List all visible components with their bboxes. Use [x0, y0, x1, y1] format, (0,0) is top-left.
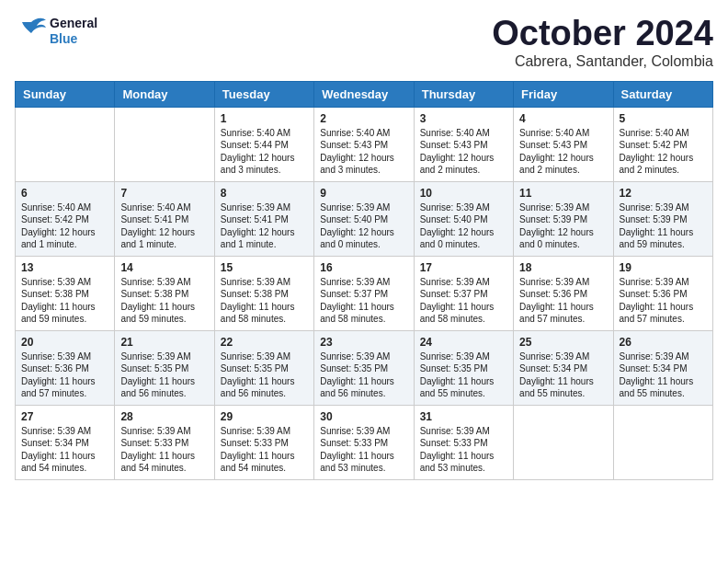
title-area: October 2024 Cabrera, Santander, Colombi…: [492, 15, 713, 70]
day-info: Sunrise: 5:40 AM Sunset: 5:43 PM Dayligh…: [320, 127, 407, 177]
day-number: 12: [620, 187, 707, 200]
day-info: Sunrise: 5:39 AM Sunset: 5:34 PM Dayligh…: [519, 350, 607, 400]
day-number: 29: [221, 410, 308, 423]
calendar-cell: [514, 405, 613, 479]
week-row-5: 27Sunrise: 5:39 AM Sunset: 5:34 PM Dayli…: [16, 405, 713, 479]
calendar-cell: 1Sunrise: 5:40 AM Sunset: 5:44 PM Daylig…: [214, 107, 313, 181]
calendar-cell: 10Sunrise: 5:39 AM Sunset: 5:40 PM Dayli…: [414, 181, 513, 256]
day-info: Sunrise: 5:39 AM Sunset: 5:35 PM Dayligh…: [420, 350, 507, 400]
day-number: 10: [420, 187, 507, 200]
calendar-cell: 24Sunrise: 5:39 AM Sunset: 5:35 PM Dayli…: [414, 330, 513, 405]
weekday-header-row: SundayMondayTuesdayWednesdayThursdayFrid…: [16, 81, 713, 107]
week-row-3: 13Sunrise: 5:39 AM Sunset: 5:38 PM Dayli…: [16, 256, 713, 330]
calendar-cell: [16, 107, 115, 181]
calendar-cell: 5Sunrise: 5:40 AM Sunset: 5:42 PM Daylig…: [613, 107, 712, 181]
calendar-cell: 16Sunrise: 5:39 AM Sunset: 5:37 PM Dayli…: [314, 256, 414, 330]
calendar-cell: 25Sunrise: 5:39 AM Sunset: 5:34 PM Dayli…: [514, 330, 613, 405]
day-number: 17: [420, 261, 507, 274]
day-number: 30: [320, 410, 407, 423]
day-info: Sunrise: 5:39 AM Sunset: 5:38 PM Dayligh…: [120, 276, 208, 326]
day-info: Sunrise: 5:39 AM Sunset: 5:36 PM Dayligh…: [21, 350, 108, 400]
calendar-cell: 28Sunrise: 5:39 AM Sunset: 5:33 PM Dayli…: [115, 405, 214, 479]
calendar-cell: 22Sunrise: 5:39 AM Sunset: 5:35 PM Dayli…: [214, 330, 313, 405]
day-info: Sunrise: 5:39 AM Sunset: 5:40 PM Dayligh…: [420, 201, 507, 251]
day-info: Sunrise: 5:39 AM Sunset: 5:35 PM Dayligh…: [120, 350, 208, 400]
day-info: Sunrise: 5:40 AM Sunset: 5:43 PM Dayligh…: [420, 127, 507, 177]
logo-bird-icon: [15, 15, 48, 48]
day-info: Sunrise: 5:39 AM Sunset: 5:38 PM Dayligh…: [21, 276, 108, 326]
week-row-1: 1Sunrise: 5:40 AM Sunset: 5:44 PM Daylig…: [16, 107, 713, 181]
day-number: 28: [120, 410, 208, 423]
logo-container: General Blue: [15, 15, 97, 48]
calendar-cell: 11Sunrise: 5:39 AM Sunset: 5:39 PM Dayli…: [514, 181, 613, 256]
logo-general: General: [50, 16, 97, 31]
day-number: 5: [620, 112, 707, 125]
weekday-header-monday: Monday: [115, 81, 214, 107]
calendar-cell: 4Sunrise: 5:40 AM Sunset: 5:43 PM Daylig…: [514, 107, 613, 181]
day-info: Sunrise: 5:40 AM Sunset: 5:42 PM Dayligh…: [21, 201, 108, 251]
day-number: 9: [320, 187, 407, 200]
day-info: Sunrise: 5:39 AM Sunset: 5:33 PM Dayligh…: [420, 425, 507, 475]
weekday-header-tuesday: Tuesday: [214, 81, 313, 107]
calendar-cell: 23Sunrise: 5:39 AM Sunset: 5:35 PM Dayli…: [314, 330, 414, 405]
calendar-cell: 31Sunrise: 5:39 AM Sunset: 5:33 PM Dayli…: [414, 405, 513, 479]
day-number: 19: [620, 261, 707, 274]
calendar-cell: 7Sunrise: 5:40 AM Sunset: 5:41 PM Daylig…: [115, 181, 214, 256]
day-info: Sunrise: 5:40 AM Sunset: 5:43 PM Dayligh…: [519, 127, 607, 177]
day-info: Sunrise: 5:39 AM Sunset: 5:33 PM Dayligh…: [320, 425, 407, 475]
weekday-header-friday: Friday: [514, 81, 613, 107]
calendar-cell: 9Sunrise: 5:39 AM Sunset: 5:40 PM Daylig…: [314, 181, 414, 256]
weekday-header-sunday: Sunday: [16, 81, 115, 107]
calendar-cell: [613, 405, 712, 479]
weekday-header-thursday: Thursday: [414, 81, 513, 107]
day-info: Sunrise: 5:40 AM Sunset: 5:44 PM Dayligh…: [221, 127, 308, 177]
week-row-2: 6Sunrise: 5:40 AM Sunset: 5:42 PM Daylig…: [16, 181, 713, 256]
calendar-cell: 15Sunrise: 5:39 AM Sunset: 5:38 PM Dayli…: [214, 256, 313, 330]
day-number: 25: [519, 336, 607, 349]
calendar-cell: 20Sunrise: 5:39 AM Sunset: 5:36 PM Dayli…: [16, 330, 115, 405]
calendar-cell: 29Sunrise: 5:39 AM Sunset: 5:33 PM Dayli…: [214, 405, 313, 479]
day-info: Sunrise: 5:39 AM Sunset: 5:39 PM Dayligh…: [519, 201, 607, 251]
weekday-header-wednesday: Wednesday: [314, 81, 414, 107]
day-number: 3: [420, 112, 507, 125]
day-info: Sunrise: 5:39 AM Sunset: 5:34 PM Dayligh…: [21, 425, 108, 475]
day-info: Sunrise: 5:39 AM Sunset: 5:39 PM Dayligh…: [620, 201, 707, 251]
calendar-cell: 13Sunrise: 5:39 AM Sunset: 5:38 PM Dayli…: [16, 256, 115, 330]
day-number: 24: [420, 336, 507, 349]
calendar-cell: 19Sunrise: 5:39 AM Sunset: 5:36 PM Dayli…: [613, 256, 712, 330]
week-row-4: 20Sunrise: 5:39 AM Sunset: 5:36 PM Dayli…: [16, 330, 713, 405]
day-number: 20: [21, 336, 108, 349]
calendar-cell: 6Sunrise: 5:40 AM Sunset: 5:42 PM Daylig…: [16, 181, 115, 256]
day-info: Sunrise: 5:39 AM Sunset: 5:37 PM Dayligh…: [320, 276, 407, 326]
calendar-cell: [115, 107, 214, 181]
day-number: 1: [221, 112, 308, 125]
day-number: 16: [320, 261, 407, 274]
day-info: Sunrise: 5:39 AM Sunset: 5:38 PM Dayligh…: [221, 276, 308, 326]
day-number: 8: [221, 187, 308, 200]
day-info: Sunrise: 5:39 AM Sunset: 5:36 PM Dayligh…: [519, 276, 607, 326]
day-number: 4: [519, 112, 607, 125]
calendar-cell: 3Sunrise: 5:40 AM Sunset: 5:43 PM Daylig…: [414, 107, 513, 181]
month-title: October 2024: [492, 15, 713, 53]
day-number: 2: [320, 112, 407, 125]
day-number: 11: [519, 187, 607, 200]
location-title: Cabrera, Santander, Colombia: [492, 53, 713, 70]
day-info: Sunrise: 5:39 AM Sunset: 5:37 PM Dayligh…: [420, 276, 507, 326]
day-number: 21: [120, 336, 208, 349]
day-info: Sunrise: 5:39 AM Sunset: 5:35 PM Dayligh…: [221, 350, 308, 400]
day-info: Sunrise: 5:39 AM Sunset: 5:35 PM Dayligh…: [320, 350, 407, 400]
calendar-cell: 17Sunrise: 5:39 AM Sunset: 5:37 PM Dayli…: [414, 256, 513, 330]
day-number: 26: [620, 336, 707, 349]
day-number: 22: [221, 336, 308, 349]
logo-blue: Blue: [50, 31, 97, 47]
day-number: 15: [221, 261, 308, 274]
day-number: 18: [519, 261, 607, 274]
day-number: 13: [21, 261, 108, 274]
calendar-cell: 21Sunrise: 5:39 AM Sunset: 5:35 PM Dayli…: [115, 330, 214, 405]
day-info: Sunrise: 5:39 AM Sunset: 5:36 PM Dayligh…: [620, 276, 707, 326]
calendar-cell: 12Sunrise: 5:39 AM Sunset: 5:39 PM Dayli…: [613, 181, 712, 256]
day-info: Sunrise: 5:39 AM Sunset: 5:33 PM Dayligh…: [120, 425, 208, 475]
day-info: Sunrise: 5:39 AM Sunset: 5:33 PM Dayligh…: [221, 425, 308, 475]
day-info: Sunrise: 5:39 AM Sunset: 5:40 PM Dayligh…: [320, 201, 407, 251]
day-number: 31: [420, 410, 507, 423]
